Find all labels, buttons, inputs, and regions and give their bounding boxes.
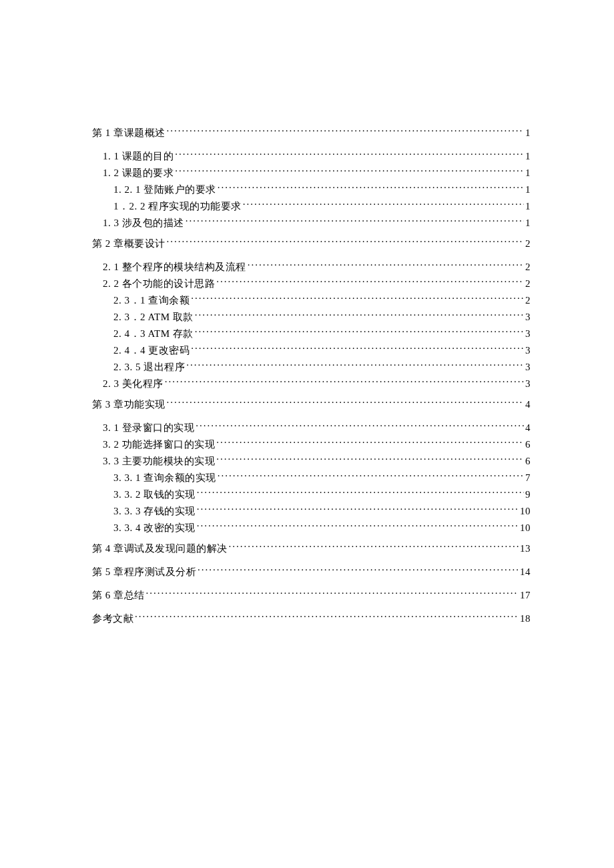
toc-entry-page: 14: [520, 564, 531, 580]
toc-dot-leader: [218, 181, 524, 193]
toc-entry-label: 2. 4．3 ATM 存款: [113, 326, 194, 342]
toc-entry: 2. 2 各个功能的设计思路2: [92, 275, 531, 292]
toc-entry-label: 2. 3. 5 退出程序: [113, 359, 185, 375]
toc-entry-page: 1: [525, 148, 531, 164]
toc-dot-leader: [197, 486, 524, 498]
toc-entry-page: 10: [520, 520, 531, 536]
toc-entry-label: 2. 3 美化程序: [103, 376, 164, 392]
toc-entry-label: 2. 3．1 查询余额: [113, 292, 190, 308]
toc-entry-page: 6: [525, 453, 531, 469]
toc-entry-label: 第 3 章功能实现: [92, 396, 166, 412]
toc-dot-leader: [197, 519, 519, 531]
toc-entry-page: 1: [525, 215, 531, 231]
toc-dot-leader: [248, 258, 524, 270]
toc-entry-page: 3: [525, 376, 531, 392]
toc-entry-label: 1. 2. 1 登陆账户的要求: [113, 181, 216, 197]
toc-dot-leader: [165, 375, 524, 387]
toc-entry-label: 1. 3 涉及包的描述: [103, 215, 184, 231]
toc-entry: 3. 3. 3 存钱的实现10: [92, 502, 531, 519]
toc-entry-page: 3: [525, 326, 531, 342]
toc-entry-label: 3. 3. 2 取钱的实现: [113, 486, 196, 502]
toc-entry-label: 2. 2 各个功能的设计思路: [103, 276, 215, 292]
toc-entry-page: 18: [520, 610, 531, 626]
toc-entry-page: 4: [525, 420, 531, 436]
toc-entry: 2. 3．1 查询余额2: [92, 292, 531, 308]
toc-entry-label: 3. 2 功能选择窗口的实现: [103, 436, 215, 452]
toc-entry-page: 6: [525, 436, 531, 452]
toc-entry-label: 3. 3. 3 存钱的实现: [113, 503, 196, 519]
toc-entry-label: 3. 3. 4 改密的实现: [113, 520, 196, 536]
toc-entry-page: 1: [525, 181, 531, 197]
toc-entry-page: 3: [525, 342, 531, 358]
toc-dot-leader: [195, 325, 524, 337]
toc-entry-page: 2: [525, 276, 531, 292]
toc-entry: 1. 2. 1 登陆账户的要求1: [92, 181, 531, 197]
toc-entry: 第 4 章调试及发现问题的解决13: [92, 540, 531, 556]
toc-dot-leader: [229, 540, 519, 552]
toc-dot-leader: [186, 358, 524, 370]
toc-entry-label: 第 6 章总结: [92, 587, 145, 603]
toc-dot-leader: [197, 502, 519, 514]
toc-entry: 参考文献18: [92, 610, 531, 626]
toc-entry-label: 3. 3. 1 查询余额的实现: [113, 470, 216, 486]
toc-entry-page: 1: [525, 165, 531, 181]
toc-dot-leader: [216, 452, 524, 464]
toc-entry: 第 1 章课题概述1: [92, 124, 531, 141]
toc-entry-label: 1. 1 课题的目的: [103, 148, 174, 164]
toc-entry: 1. 2 课题的要求1: [92, 164, 531, 181]
toc-entry: 第 3 章功能实现4: [92, 396, 531, 412]
toc-dot-leader: [175, 164, 524, 176]
toc-entry-page: 9: [525, 486, 531, 502]
toc-entry: 第 2 章概要设计2: [92, 235, 531, 252]
toc-entry: 2. 4．3 ATM 存款3: [92, 325, 531, 342]
toc-entry-label: 第 5 章程序测试及分析: [92, 564, 196, 580]
toc-entry: 1．2. 2 程序实现的功能要求1: [92, 197, 531, 214]
toc-entry: 第 5 章程序测试及分析14: [92, 563, 531, 580]
toc-dot-leader: [243, 197, 524, 209]
toc-entry-label: 第 1 章课题概述: [92, 125, 166, 141]
toc-entry: 1. 1 课题的目的1: [92, 147, 531, 164]
toc-entry-page: 4: [525, 396, 531, 412]
toc-page: 第 1 章课题概述11. 1 课题的目的11. 2 课题的要求11. 2. 1 …: [0, 0, 614, 626]
toc-entry: 3. 3. 1 查询余额的实现7: [92, 469, 531, 486]
toc-dot-leader: [191, 342, 524, 354]
toc-entry-label: 2. 1 整个程序的模块结构及流程: [103, 259, 246, 275]
toc-entry: 第 6 章总结17: [92, 586, 531, 603]
toc-entry: 3. 2 功能选择窗口的实现6: [92, 436, 531, 452]
toc-dot-leader: [135, 610, 519, 622]
toc-dot-leader: [186, 214, 524, 226]
toc-entry-label: 1．2. 2 程序实现的功能要求: [113, 198, 242, 214]
toc-dot-leader: [167, 124, 525, 136]
toc-dot-leader: [198, 563, 519, 575]
toc-entry: 1. 3 涉及包的描述1: [92, 214, 531, 231]
toc-dot-leader: [218, 469, 524, 481]
toc-entry-label: 3. 3 主要功能模块的实现: [103, 453, 215, 469]
toc-entry-label: 参考文献: [92, 610, 133, 626]
toc-dot-leader: [195, 308, 524, 320]
toc-entry-label: 第 2 章概要设计: [92, 236, 166, 252]
toc-entry-page: 2: [525, 292, 531, 308]
toc-entry-page: 3: [525, 309, 531, 325]
toc-entry: 3. 1 登录窗口的实现4: [92, 419, 531, 436]
toc-container: 第 1 章课题概述11. 1 课题的目的11. 2 课题的要求11. 2. 1 …: [92, 124, 531, 626]
toc-entry: 3. 3. 2 取钱的实现9: [92, 486, 531, 502]
toc-entry-page: 2: [525, 236, 531, 252]
toc-entry-label: 2. 4．4 更改密码: [113, 342, 190, 358]
toc-dot-leader: [175, 147, 524, 159]
toc-entry-label: 2. 3．2 ATM 取款: [113, 309, 194, 325]
toc-dot-leader: [167, 235, 525, 247]
toc-dot-leader: [216, 436, 524, 448]
toc-entry-page: 2: [525, 259, 531, 275]
toc-entry: 2. 1 整个程序的模块结构及流程2: [92, 258, 531, 275]
toc-dot-leader: [196, 419, 524, 431]
toc-entry-page: 7: [525, 470, 531, 486]
toc-entry-page: 3: [525, 359, 531, 375]
toc-entry: 2. 3．2 ATM 取款3: [92, 308, 531, 325]
toc-entry: 2. 3 美化程序3: [92, 375, 531, 392]
toc-entry-page: 10: [520, 503, 531, 519]
toc-entry-label: 第 4 章调试及发现问题的解决: [92, 540, 228, 556]
toc-entry-label: 3. 1 登录窗口的实现: [103, 420, 194, 436]
toc-dot-leader: [146, 586, 519, 598]
toc-entry-page: 17: [520, 587, 531, 603]
toc-dot-leader: [216, 275, 524, 287]
